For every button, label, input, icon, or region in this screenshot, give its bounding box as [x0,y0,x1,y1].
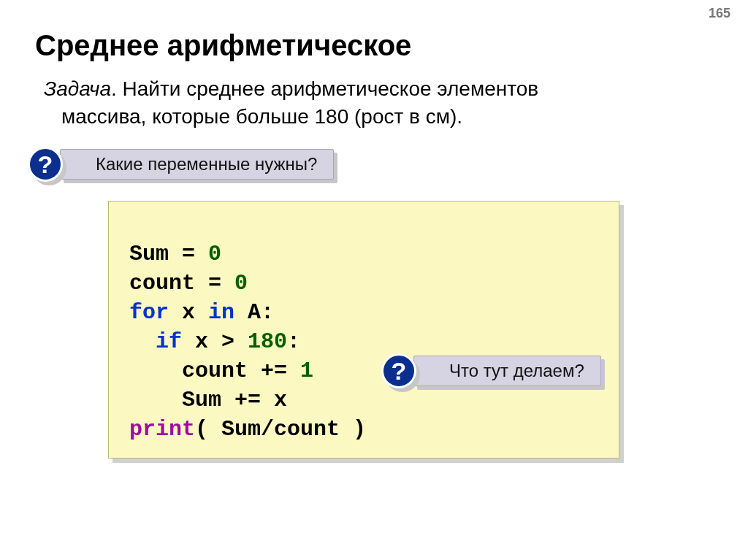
code-line-3d: A: [234,300,274,325]
question-mark-icon: ? [28,147,63,182]
code-block: Sum = 0 count = 0 for x in A: if x > 180… [108,201,619,459]
code-line-7b: ( Sum/count ) [195,417,366,442]
question-bubble: ? [28,147,63,182]
callout-text: Что тут делаем? [413,356,601,386]
task-line-1: . Найти среднее арифметическое элементов [111,77,538,100]
code-line-3b: x [169,300,208,325]
question-mark-icon: ? [381,353,416,388]
task-line-2: массива, которые больше 180 (рост в см). [44,103,687,131]
slide-title: Среднее арифметическое [35,29,711,62]
code-line-3a: for [129,300,169,325]
code-line-4a [129,329,156,354]
code-line-1b: 0 [208,242,221,266]
code-line-5a: count += [129,358,300,383]
code-line-4e: : [287,329,300,354]
code-line-2a: count = [129,271,234,296]
callout-explain: ? Что тут делаем? [397,353,601,388]
code-line-2b: 0 [234,271,248,296]
task-label: Задача [44,77,111,100]
question-bubble: ? [381,353,416,388]
code-line-3c: in [208,300,234,325]
callout-variables: ? Какие переменные нужны? [44,147,334,182]
code-line-5b: 1 [300,358,313,383]
task-paragraph: Задача. Найти среднее арифметическое эле… [44,75,687,131]
page-number: 165 [709,6,730,21]
code-line-4b: if [156,329,182,354]
code-line-1a: Sum = [129,242,208,266]
code-line-4d: 180 [248,329,287,354]
callout-text: Какие переменные нужны? [60,149,334,180]
code-line-7a: print [129,417,195,442]
code-line-4c: x > [182,329,248,354]
code-line-6: Sum += x [129,388,287,413]
